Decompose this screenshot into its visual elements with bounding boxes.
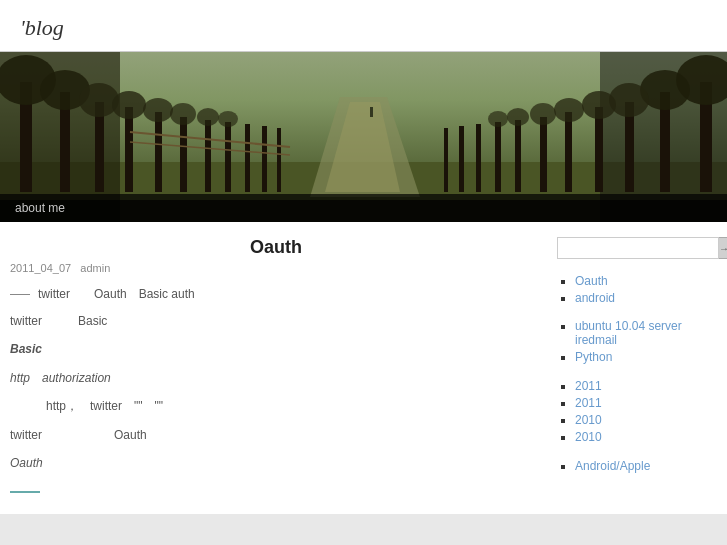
svg-rect-10 <box>125 107 133 192</box>
about-me-link[interactable]: about me <box>15 201 65 215</box>
svg-rect-25 <box>495 122 501 192</box>
svg-point-34 <box>170 103 196 125</box>
list-item: Oauth <box>575 274 717 288</box>
search-button[interactable]: → <box>719 237 727 259</box>
post-intro-text: twitter Oauth Basic auth <box>38 286 195 303</box>
link-1[interactable]: Android/Apple <box>575 459 650 473</box>
body-bold: Basic <box>10 339 542 359</box>
search-input[interactable] <box>557 237 719 259</box>
svg-rect-16 <box>262 126 267 192</box>
svg-point-33 <box>143 98 173 122</box>
body-line-1: twitter Basic <box>10 311 542 331</box>
recent-post-link-2[interactable]: android <box>575 291 615 305</box>
body-line-2: http， twitter "" "" <box>10 396 542 416</box>
links-section: Android/Apple <box>557 459 717 473</box>
svg-point-31 <box>79 83 119 117</box>
body-line-3: twitter Oauth <box>10 425 542 445</box>
svg-rect-26 <box>476 124 481 192</box>
links-list: Android/Apple <box>557 459 717 473</box>
body-italic-1: http authorization <box>10 368 542 388</box>
svg-point-35 <box>197 108 219 126</box>
content-wrapper: Oauth 2011_04_07 admin twitter Oauth Bas… <box>0 222 727 514</box>
archive-link-4[interactable]: 2010 <box>575 430 602 444</box>
post-intro: twitter Oauth Basic auth <box>10 286 542 303</box>
recent-posts-section: Oauth android ubuntu 10.04 server iredma… <box>557 274 717 364</box>
site-title: 'blog <box>20 15 707 41</box>
page-wrapper: 'blog <box>0 0 727 514</box>
svg-rect-22 <box>565 112 572 192</box>
read-more <box>10 483 542 499</box>
svg-rect-14 <box>225 122 231 192</box>
list-item: 2011 <box>575 379 717 393</box>
svg-point-41 <box>554 98 584 122</box>
search-widget: → <box>557 237 717 259</box>
list-item: android <box>575 291 717 305</box>
svg-point-42 <box>530 103 556 125</box>
svg-rect-23 <box>540 117 547 192</box>
list-item: ubuntu 10.04 server iredmail <box>575 319 717 347</box>
svg-rect-17 <box>277 128 281 192</box>
svg-point-39 <box>609 83 649 117</box>
list-item: Python <box>575 350 717 364</box>
svg-rect-11 <box>155 112 162 192</box>
svg-point-32 <box>112 91 146 119</box>
recent-posts-list: Oauth android ubuntu 10.04 server iredma… <box>557 274 717 364</box>
site-banner: about me <box>0 52 727 222</box>
post-title: Oauth <box>10 237 542 258</box>
main-content: Oauth 2011_04_07 admin twitter Oauth Bas… <box>10 237 542 499</box>
recent-post-link-4[interactable]: ubuntu 10.04 server iredmail <box>575 319 682 347</box>
archive-link-3[interactable]: 2010 <box>575 413 602 427</box>
archives-section: 2011 2011 2010 2010 <box>557 379 717 444</box>
sidebar: → Oauth android ubuntu 10.04 server ired… <box>557 237 717 499</box>
body-italic-2: Oauth <box>10 453 542 473</box>
read-more-line <box>10 491 40 493</box>
svg-point-43 <box>507 108 529 126</box>
svg-rect-27 <box>459 126 464 192</box>
list-item: 2010 <box>575 430 717 444</box>
post-body: twitter Basic Basic http authorization h… <box>10 311 542 473</box>
archive-link-1[interactable]: 2011 <box>575 379 602 393</box>
svg-rect-47 <box>370 107 373 117</box>
archives-list: 2011 2011 2010 2010 <box>557 379 717 444</box>
dash-icon <box>10 294 30 295</box>
post-meta: 2011_04_07 admin <box>10 262 542 274</box>
svg-rect-24 <box>515 120 521 192</box>
list-item: Android/Apple <box>575 459 717 473</box>
svg-point-44 <box>488 111 508 127</box>
post-author[interactable]: admin <box>80 262 110 274</box>
site-header: 'blog <box>0 0 727 52</box>
banner-navigation: about me <box>0 194 727 222</box>
svg-point-40 <box>582 91 616 119</box>
svg-rect-28 <box>444 128 448 192</box>
body-bold-text: Basic <box>10 342 42 356</box>
archive-link-2[interactable]: 2011 <box>575 396 602 410</box>
recent-post-link-5[interactable]: Python <box>575 350 612 364</box>
list-item: 2010 <box>575 413 717 427</box>
svg-rect-15 <box>245 124 250 192</box>
list-item-empty <box>575 308 717 316</box>
svg-rect-21 <box>595 107 603 192</box>
svg-rect-13 <box>205 120 211 192</box>
svg-rect-12 <box>180 117 187 192</box>
recent-post-link-1[interactable]: Oauth <box>575 274 608 288</box>
list-item: 2011 <box>575 396 717 410</box>
svg-point-36 <box>218 111 238 127</box>
post-date: 2011_04_07 <box>10 262 71 274</box>
